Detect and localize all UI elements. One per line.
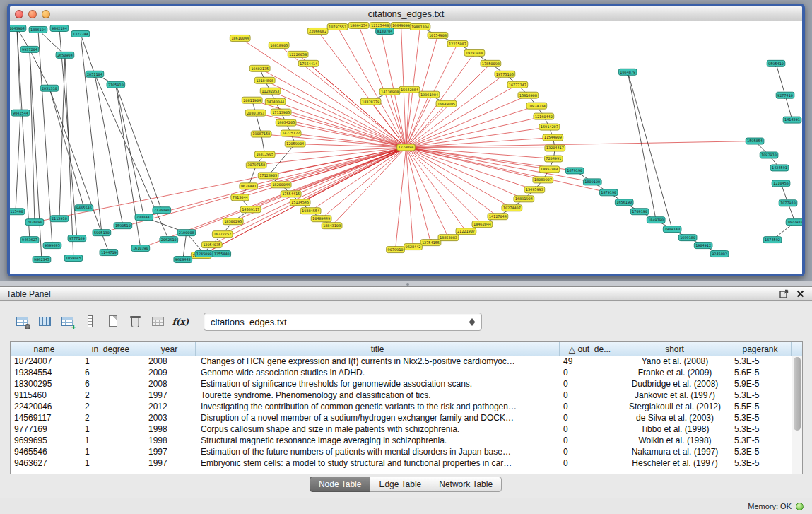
show-columns-icon[interactable] <box>35 313 54 331</box>
tab-node-table[interactable]: Node Table <box>310 477 371 492</box>
table-cell: 0 <box>560 458 620 468</box>
table-source-select[interactable]: citations_edges.txt <box>204 313 482 331</box>
table-type-tabs: Node TableEdge TableNetwork Table <box>0 477 812 492</box>
table-cell: 1 <box>78 436 143 445</box>
svg-text:12160442: 12160442 <box>535 115 553 119</box>
application-window: citations_edges.txt 18610044168189051222… <box>0 0 812 514</box>
table-cell: 1998 <box>143 424 196 434</box>
svg-text:9937204: 9937204 <box>22 47 37 52</box>
table-cell: 1 <box>78 458 143 468</box>
import-table-icon[interactable] <box>148 313 167 331</box>
svg-text:30797158: 30797158 <box>247 163 265 167</box>
edit-table-icon[interactable] <box>58 313 77 331</box>
table-row[interactable]: 1872400712008Changes of HCN gene express… <box>11 356 792 367</box>
table-cell: Structural magnetic resonance image aver… <box>196 436 560 445</box>
table-cell: 2003 <box>143 413 196 423</box>
table-cell: 9463627 <box>11 458 78 468</box>
table-cell: 9777169 <box>11 424 78 434</box>
table-cell: 22420046 <box>11 402 78 411</box>
svg-text:9699695: 9699695 <box>45 243 60 247</box>
table-row[interactable]: 1456911722003Disruption of a novel membe… <box>11 412 792 424</box>
svg-text:16312905: 16312905 <box>256 152 273 156</box>
svg-text:10489449: 10489449 <box>312 216 330 221</box>
svg-text:1590510: 1590510 <box>115 223 131 228</box>
table-row[interactable]: 969969511998Structural magnetic resonanc… <box>11 435 792 446</box>
svg-text:2051104: 2051104 <box>87 72 102 76</box>
svg-text:16602135: 16602135 <box>251 66 269 71</box>
table-toolbar-icons: f(x) <box>13 313 194 331</box>
table-cell: 14569117 <box>11 413 78 423</box>
svg-text:12059904: 12059904 <box>286 141 304 146</box>
table-cell: 9465546 <box>11 447 78 457</box>
table-cell: 9115460 <box>11 390 78 400</box>
table-cell: Franke et al. (2009) <box>620 368 729 378</box>
table-cell: 5.3E-5 <box>729 447 792 457</box>
function-icon[interactable]: f(x) <box>171 313 190 331</box>
tab-network-table[interactable]: Network Table <box>430 477 502 492</box>
column-header-name[interactable]: name <box>11 342 78 356</box>
svg-text:2026090: 2026090 <box>27 220 42 224</box>
svg-text:1904912: 1904912 <box>695 243 711 247</box>
close-panel-icon[interactable] <box>795 288 806 299</box>
table-cell: 6 <box>78 368 143 378</box>
table-cell: Hescheler et al. (1997) <box>620 458 729 468</box>
table-cell: 19384554 <box>11 368 78 378</box>
svg-text:14127044: 14127044 <box>489 214 507 218</box>
svg-text:15134545: 15134545 <box>291 200 309 204</box>
table-panel-body: f(x) citations_edges.txt namein_degreeye… <box>0 302 812 498</box>
column-header-out_de[interactable]: △ out_de... <box>560 342 620 356</box>
svg-text:13204417: 13204417 <box>546 146 564 150</box>
table-vertical-scrollbar[interactable] <box>792 356 802 474</box>
table-cell: 6 <box>78 379 143 389</box>
tab-edge-table[interactable]: Edge Table <box>370 477 430 492</box>
table-row[interactable]: 911546021997Tourette syndrome. Phenomeno… <box>11 390 792 401</box>
table-row[interactable]: 2242004622012Investigating the contribut… <box>11 401 792 412</box>
svg-text:11544909: 11544909 <box>544 135 562 139</box>
network-view-window[interactable]: citations_edges.txt 18610044168189051222… <box>7 4 805 276</box>
table-cell: Tourette syndrome. Phenomenology and cla… <box>196 390 560 400</box>
svg-text:12184808: 12184808 <box>256 78 273 83</box>
svg-text:1674592: 1674592 <box>765 238 780 242</box>
attribute-table: namein_degreeyeartitle△ out_de...shortpa… <box>10 341 803 474</box>
table-settings-icon[interactable] <box>13 313 32 331</box>
close-window-button[interactable] <box>15 10 23 18</box>
svg-text:9115460: 9115460 <box>10 209 23 214</box>
split-divider[interactable] <box>0 281 812 286</box>
svg-text:1677910: 1677910 <box>787 220 802 224</box>
scrollbar-thumb[interactable] <box>794 357 801 431</box>
table-row[interactable]: 977716911998Corpus callosum shape and si… <box>11 424 792 435</box>
window-titlebar[interactable]: citations_edges.txt <box>10 6 802 22</box>
new-file-icon[interactable] <box>103 313 122 331</box>
column-header-year[interactable]: year <box>143 342 196 356</box>
column-header-pagerank[interactable]: pagerank <box>729 342 792 356</box>
float-panel-icon[interactable] <box>779 288 789 299</box>
svg-text:16034205: 16034205 <box>277 120 295 124</box>
table-cell: 2 <box>78 413 143 423</box>
table-row[interactable]: 1830029562008Estimation of significance … <box>11 378 792 390</box>
svg-text:9277410: 9277410 <box>777 93 793 98</box>
svg-text:10974214: 10974214 <box>528 104 546 108</box>
table-row[interactable]: 946554611997Estimation of the future num… <box>11 446 792 457</box>
column-header-in_degree[interactable]: in_degree <box>78 342 143 356</box>
svg-text:1909140: 1909140 <box>664 227 680 231</box>
table-cell: 5.3E-5 <box>729 458 792 468</box>
table-row[interactable]: 1938455462009Genome-wide association stu… <box>11 367 792 378</box>
svg-text:2650904: 2650904 <box>57 53 73 57</box>
table-row[interactable]: 946362711997Embryonic stem cells: a mode… <box>11 457 792 469</box>
table-cell: Estimation of the future numbers of pati… <box>196 447 560 457</box>
zoom-window-button[interactable] <box>42 10 50 18</box>
svg-text:12226058: 12226058 <box>289 52 307 57</box>
svg-text:12215987: 12215987 <box>449 42 466 46</box>
delete-icon[interactable] <box>126 313 145 331</box>
svg-text:16777147: 16777147 <box>509 83 526 87</box>
table-cell: 0 <box>560 447 620 457</box>
svg-text:21221907: 21221907 <box>457 229 475 233</box>
column-header-title[interactable]: title <box>196 342 560 356</box>
svg-text:19087158: 19087158 <box>252 132 270 136</box>
svg-text:1210455: 1210455 <box>773 181 789 185</box>
network-canvas[interactable]: 1861004416818905122260581755441416602135… <box>10 21 802 274</box>
svg-text:9245092: 9245092 <box>712 252 727 256</box>
minimize-window-button[interactable] <box>28 10 37 18</box>
rows-icon[interactable] <box>81 313 100 331</box>
column-header-short[interactable]: short <box>620 342 729 356</box>
